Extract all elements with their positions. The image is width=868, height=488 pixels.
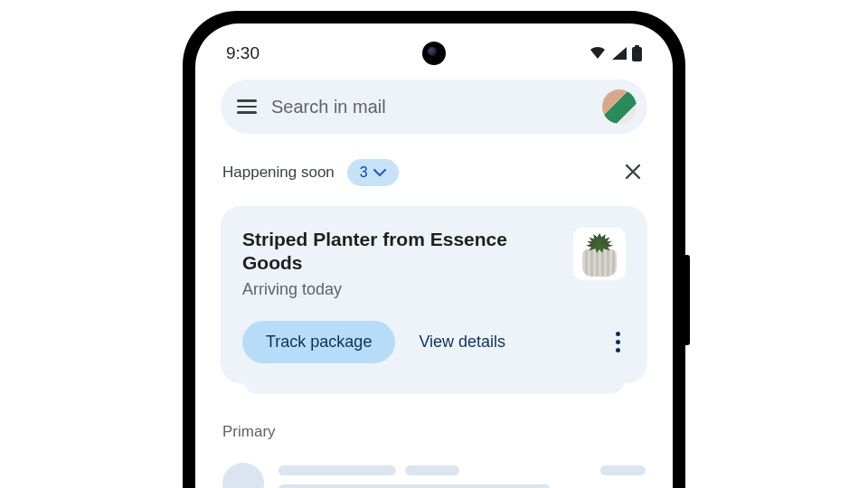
search-bar[interactable]: Search in mail: [221, 80, 647, 134]
menu-icon[interactable]: [237, 99, 257, 114]
view-details-button[interactable]: View details: [415, 324, 509, 361]
phone-side-button: [685, 255, 690, 345]
track-package-button[interactable]: Track package: [242, 321, 395, 363]
planter-icon: [582, 249, 617, 277]
status-indicators: [589, 45, 642, 61]
phone-frame: 9:30 Search in mail: [183, 11, 685, 488]
happening-soon-row: Happening soon 3: [221, 157, 647, 188]
email-row-skeleton: [221, 463, 647, 489]
search-input[interactable]: Search in mail: [271, 97, 588, 117]
battery-icon: [632, 45, 642, 61]
wifi-icon: [589, 46, 607, 61]
skeleton-bar: [405, 465, 459, 475]
card-subtitle: Arriving today: [242, 280, 561, 299]
happening-count: 3: [360, 164, 368, 181]
overflow-menu-icon[interactable]: [610, 326, 626, 358]
skeleton-bar: [278, 465, 396, 475]
skeleton-avatar: [222, 463, 264, 489]
svg-rect-0: [632, 47, 642, 61]
avatar[interactable]: [602, 89, 637, 124]
shipment-card[interactable]: Striped Planter from Essence Goods Arriv…: [221, 206, 647, 383]
skeleton-bar: [278, 484, 550, 489]
svg-rect-1: [635, 45, 639, 48]
phone-screen: 9:30 Search in mail: [195, 23, 673, 488]
close-icon[interactable]: [620, 157, 646, 188]
happening-count-pill[interactable]: 3: [347, 159, 399, 186]
product-thumbnail: [573, 228, 626, 280]
camera-hole: [422, 42, 446, 65]
card-title: Striped Planter from Essence Goods: [242, 228, 561, 276]
happening-label: Happening soon: [222, 164, 335, 182]
skeleton-bar: [600, 465, 646, 475]
cellular-signal-icon: [611, 46, 627, 61]
inbox-section-label: Primary: [221, 423, 647, 441]
shipment-card-stack: Striped Planter from Essence Goods Arriv…: [221, 206, 647, 383]
status-time: 9:30: [226, 43, 259, 63]
chevron-down-icon: [373, 164, 386, 181]
